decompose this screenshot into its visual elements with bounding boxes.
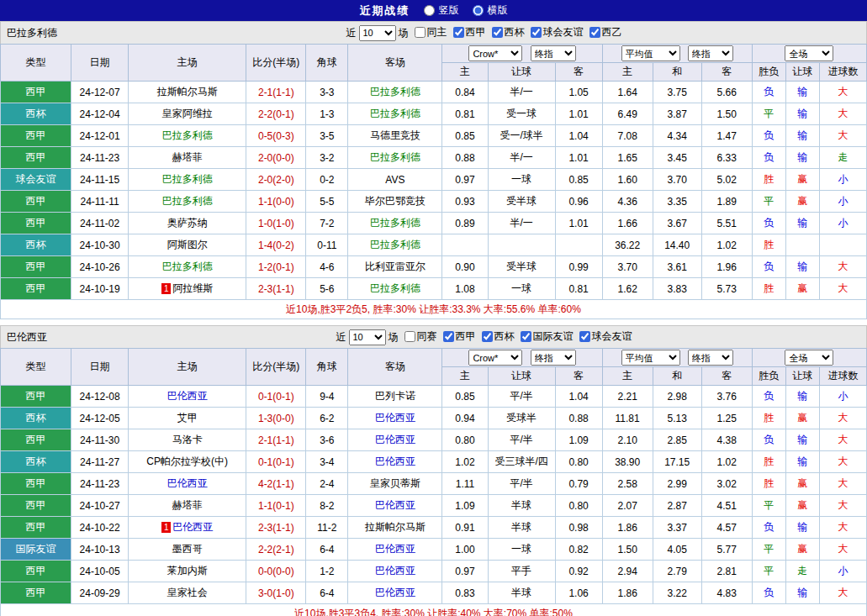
filter-checkbox-input[interactable]	[531, 27, 542, 38]
team-name-link[interactable]: 艾甲	[177, 412, 198, 424]
filter-checkbox-input[interactable]	[415, 27, 426, 38]
filter-checkbox[interactable]: 西杯	[492, 25, 525, 39]
score-cell[interactable]: 0-0(0-0)	[246, 561, 306, 582]
filter-checkbox[interactable]: 西甲	[453, 25, 486, 39]
team-name-link[interactable]: 巴伦西亚	[375, 587, 415, 598]
league-type-cell[interactable]: 球会友谊	[1, 169, 71, 191]
filter-checkbox[interactable]: 西杯	[482, 329, 515, 344]
league-type-cell[interactable]: 国际友谊	[1, 539, 71, 561]
filter-checkbox-input[interactable]	[443, 331, 454, 342]
score-cell[interactable]: 2-2(0-1)	[246, 103, 306, 125]
team-name-link[interactable]: 马洛卡	[172, 434, 203, 445]
team-name-link[interactable]: 巴拉多利德	[162, 173, 213, 185]
avg-source-select[interactable]: 平均值	[621, 350, 680, 366]
league-type-cell[interactable]: 西杯	[1, 408, 71, 429]
team-name-link[interactable]: 巴拉多利德	[162, 195, 213, 207]
score-cell[interactable]: 1-1(0-1)	[246, 495, 306, 517]
team-name-link[interactable]: 阿斯图尔	[167, 239, 208, 250]
filter-checkbox[interactable]: 球会友谊	[579, 329, 632, 344]
team-name-link[interactable]: 墨西哥	[172, 543, 203, 555]
score-cell[interactable]: 2-3(1-1)	[246, 517, 306, 539]
team-name-link[interactable]: 巴拉多利德	[162, 129, 213, 141]
league-type-cell[interactable]: 西甲	[1, 473, 71, 495]
team-name-link[interactable]: 巴拉多利德	[370, 239, 420, 250]
team-name-link[interactable]: 巴伦西亚	[167, 390, 208, 402]
score-cell[interactable]: 0-5(0-3)	[246, 125, 306, 147]
filter-checkbox[interactable]: 同主	[415, 25, 447, 39]
team-name-link[interactable]: 巴伦西亚	[375, 499, 415, 511]
team-name-link[interactable]: 巴拉多利德	[162, 261, 213, 272]
match-count-select[interactable]: 10	[349, 329, 386, 345]
filter-checkbox[interactable]: 西甲	[443, 329, 476, 344]
team-name-link[interactable]: 巴拉多利德	[370, 217, 420, 229]
match-count-select[interactable]: 10	[359, 25, 396, 41]
layout-radio-vertical-input[interactable]	[424, 5, 435, 16]
odds-time-select[interactable]: 终指	[531, 45, 576, 61]
league-type-cell[interactable]: 西甲	[1, 125, 71, 147]
league-type-cell[interactable]: 西杯	[1, 451, 71, 473]
score-cell[interactable]: 4-2(1-1)	[246, 473, 306, 495]
score-cell[interactable]: 3-0(1-0)	[246, 582, 306, 604]
team-name-link[interactable]: 奥萨苏纳	[167, 217, 208, 229]
avg-source-select[interactable]: 平均值	[621, 45, 680, 61]
team-name-link[interactable]: 巴伦西亚	[167, 477, 208, 489]
league-type-cell[interactable]: 西甲	[1, 278, 71, 300]
team-name-link[interactable]: 皇家阿维拉	[162, 108, 213, 119]
filter-checkbox-input[interactable]	[521, 331, 531, 342]
filter-checkbox[interactable]: 西乙	[589, 25, 622, 39]
score-cell[interactable]: 1-1(0-0)	[246, 191, 306, 213]
team-name-link[interactable]: AVS	[385, 174, 404, 186]
score-cell[interactable]: 2-0(0-0)	[246, 147, 306, 169]
team-name-link[interactable]: 拉斯帕尔马斯	[365, 521, 426, 533]
filter-checkbox-input[interactable]	[404, 331, 415, 342]
score-cell[interactable]: 2-3(1-1)	[246, 278, 306, 300]
team-name-link[interactable]: 赫塔菲	[172, 499, 203, 511]
league-type-cell[interactable]: 西杯	[1, 103, 71, 125]
team-name-link[interactable]: 莱加内斯	[167, 565, 208, 577]
filter-checkbox-input[interactable]	[482, 331, 493, 342]
team-name-link[interactable]: 巴伦西亚	[375, 455, 415, 467]
team-name-link[interactable]: 巴伦西亚	[375, 543, 415, 555]
team-name-link[interactable]: 马德里竞技	[370, 129, 420, 141]
league-type-cell[interactable]: 西甲	[1, 82, 71, 103]
score-cell[interactable]: 2-1(1-1)	[246, 82, 306, 103]
team-name-link[interactable]: 巴拉多利德	[370, 282, 420, 294]
league-type-cell[interactable]: 西甲	[1, 495, 71, 517]
team-name-link[interactable]: 巴伦西亚	[172, 521, 213, 533]
score-cell[interactable]: 1-4(0-2)	[246, 234, 306, 256]
avg-time-select[interactable]: 终指	[688, 45, 733, 61]
score-cell[interactable]: 1-2(0-1)	[246, 256, 306, 278]
filter-checkbox-input[interactable]	[492, 27, 503, 38]
score-cell[interactable]: 2-2(2-1)	[246, 539, 306, 561]
layout-radio-horizontal-input[interactable]	[473, 5, 484, 16]
league-type-cell[interactable]: 西甲	[1, 147, 71, 169]
team-name-link[interactable]: 巴拉多利德	[370, 86, 420, 97]
filter-checkbox-input[interactable]	[453, 27, 464, 38]
filter-checkbox[interactable]: 国际友谊	[521, 329, 574, 344]
league-type-cell[interactable]: 西甲	[1, 517, 71, 539]
odds-source-select[interactable]: Crow*	[468, 45, 522, 61]
team-name-link[interactable]: 比利亚雷亚尔	[365, 261, 426, 272]
filter-checkbox-input[interactable]	[579, 331, 590, 342]
score-cell[interactable]: 0-1(0-1)	[246, 451, 306, 473]
team-name-link[interactable]: 巴伦西亚	[375, 412, 415, 424]
score-cell[interactable]: 1-3(0-0)	[246, 408, 306, 429]
league-type-cell[interactable]: 西甲	[1, 256, 71, 278]
odds-time-select[interactable]: 终指	[531, 350, 576, 366]
league-type-cell[interactable]: 西甲	[1, 191, 71, 213]
league-type-cell[interactable]: 西甲	[1, 561, 71, 582]
team-name-link[interactable]: 赫塔菲	[172, 151, 203, 163]
league-type-cell[interactable]: 西杯	[1, 234, 71, 256]
league-type-cell[interactable]: 西甲	[1, 213, 71, 234]
team-name-link[interactable]: 拉斯帕尔马斯	[157, 86, 218, 97]
team-name-link[interactable]: 皇家社会	[167, 587, 208, 598]
team-name-link[interactable]: 毕尔巴鄂竞技	[365, 195, 426, 207]
team-name-link[interactable]: 巴伦西亚	[375, 565, 415, 577]
team-name-link[interactable]: 巴伦西亚	[375, 434, 415, 445]
team-name-link[interactable]: 巴拉多利德	[370, 151, 420, 163]
team-name-link[interactable]: CP帕尔拉学校(中)	[146, 455, 228, 467]
filter-checkbox[interactable]: 球会友谊	[531, 25, 584, 39]
league-type-cell[interactable]: 西甲	[1, 386, 71, 408]
avg-time-select[interactable]: 终指	[688, 350, 733, 366]
score-cell[interactable]: 2-0(2-0)	[246, 169, 306, 191]
